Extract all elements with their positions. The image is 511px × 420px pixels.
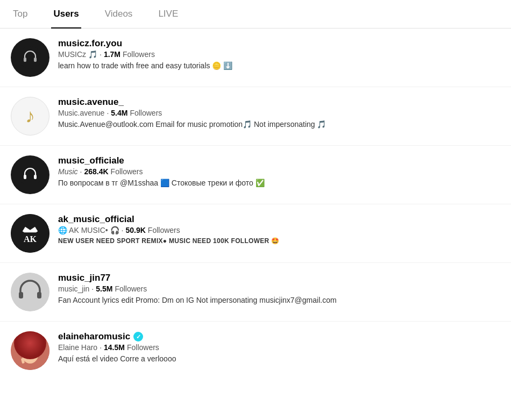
user-bio: Music.Avenue@outlook.com Email for music… — [58, 119, 500, 130]
svg-point-14 — [19, 337, 26, 345]
username: elaineharomusic ✓ — [58, 331, 500, 342]
svg-rect-1 — [24, 58, 26, 62]
svg-point-11 — [11, 331, 49, 370]
user-list: musicz.for.you MUSICz 🎵 · 1.7M Followers… — [0, 29, 511, 380]
user-info: music_jin77 music_jin · 5.5M Followers F… — [58, 273, 500, 306]
user-bio: По вопросам в тг @M1sshaa 🟦 Стоковые тре… — [58, 178, 500, 189]
list-item[interactable]: music_jin77 music_jin · 5.5M Followers F… — [0, 263, 511, 322]
svg-rect-2 — [34, 58, 37, 62]
list-item[interactable]: AK ak_music_official 🌐 AK MUSIC• 🎧 · 50.… — [0, 204, 511, 263]
user-bio: learn how to trade with free and easy tu… — [58, 61, 500, 72]
svg-text:AK: AK — [24, 234, 37, 244]
username: ak_music_official — [58, 214, 500, 225]
username: music_officiale — [58, 155, 500, 166]
list-item[interactable]: ♪ music.avenue_ Music.avenue · 5.4M Foll… — [0, 87, 511, 146]
user-bio: NEW USER NEED SPORT REMIX● MUSIC NEED 10… — [58, 237, 500, 246]
avatar — [11, 331, 49, 370]
user-info: ak_music_official 🌐 AK MUSIC• 🎧 · 50.9K … — [58, 214, 500, 246]
navigation-tabs: Top Users Videos LIVE — [0, 0, 511, 29]
svg-point-16 — [22, 336, 26, 340]
user-info: elaineharomusic ✓ Elaine Haro · 14.5M Fo… — [58, 331, 500, 365]
user-meta: music_jin · 5.5M Followers — [58, 284, 500, 293]
svg-point-0 — [19, 46, 41, 69]
svg-point-18 — [33, 351, 36, 353]
user-meta: MUSICz 🎵 · 1.7M Followers — [58, 50, 500, 59]
user-bio: Aquí está el video Corre a verloooo — [58, 354, 500, 365]
user-meta: Elaine Haro · 14.5M Followers — [58, 343, 500, 352]
svg-point-17 — [25, 351, 28, 353]
user-bio: Fan Account lyrics edit Promo: Dm on IG … — [58, 295, 500, 306]
svg-point-8 — [11, 273, 49, 311]
avatar — [11, 38, 49, 77]
user-meta: 🌐 AK MUSIC• 🎧 · 50.9K Followers — [58, 226, 500, 234]
username: music.avenue_ — [58, 97, 500, 108]
list-item[interactable]: elaineharomusic ✓ Elaine Haro · 14.5M Fo… — [0, 322, 511, 380]
svg-rect-5 — [34, 175, 37, 179]
tab-live[interactable]: LIVE — [156, 0, 180, 28]
svg-point-15 — [17, 341, 23, 347]
tab-videos[interactable]: Videos — [103, 0, 135, 28]
username: musicz.for.you — [58, 38, 500, 49]
user-meta: Music.avenue · 5.4M Followers — [58, 109, 500, 117]
avatar — [11, 273, 49, 311]
tab-users[interactable]: Users — [51, 0, 81, 28]
list-item[interactable]: music_officiale Music · 268.4K Followers… — [0, 146, 511, 204]
avatar: ♪ — [11, 97, 49, 136]
username: music_jin77 — [58, 273, 500, 283]
svg-rect-10 — [37, 292, 41, 298]
user-info: music.avenue_ Music.avenue · 5.4M Follow… — [58, 97, 500, 130]
avatar — [11, 155, 49, 194]
user-info: musicz.for.you MUSICz 🎵 · 1.7M Followers… — [58, 38, 500, 72]
user-meta: Music · 268.4K Followers — [58, 167, 500, 176]
svg-point-3 — [19, 163, 41, 186]
svg-point-6 — [11, 214, 49, 253]
svg-point-13 — [20, 336, 40, 351]
user-info: music_officiale Music · 268.4K Followers… — [58, 155, 500, 189]
tab-top[interactable]: Top — [11, 0, 30, 28]
list-item[interactable]: musicz.for.you MUSICz 🎵 · 1.7M Followers… — [0, 29, 511, 87]
svg-rect-9 — [19, 292, 23, 298]
verified-icon: ✓ — [133, 332, 143, 341]
svg-rect-4 — [24, 175, 26, 179]
avatar: AK — [11, 214, 49, 253]
